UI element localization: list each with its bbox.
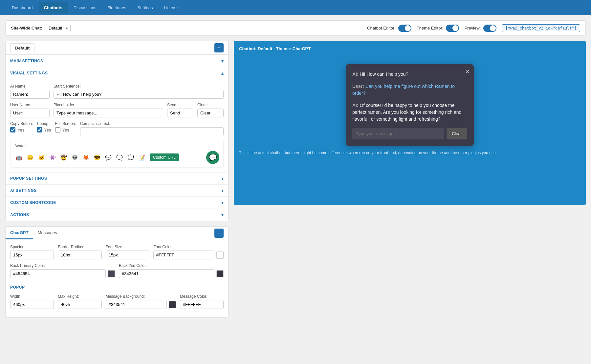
- font-color-label: Font Color:: [153, 245, 224, 249]
- user-name-input[interactable]: [10, 109, 50, 117]
- back-2nd-input[interactable]: [119, 269, 214, 278]
- back-2nd-swatch[interactable]: [216, 270, 224, 277]
- width-input[interactable]: [10, 300, 54, 309]
- form-group-back-2nd: Back 2nd Color:: [119, 263, 224, 278]
- chat-input[interactable]: [352, 128, 444, 139]
- start-sentence-input[interactable]: [54, 90, 224, 99]
- popup-text: Yes: [44, 128, 51, 132]
- bottom-card-add-button[interactable]: +: [214, 229, 224, 238]
- avatar-icon-10[interactable]: 🗨️: [115, 153, 124, 162]
- placeholder-input[interactable]: [54, 109, 163, 117]
- compliance-text-input[interactable]: [80, 127, 224, 136]
- main-card-add-button[interactable]: +: [214, 43, 224, 52]
- nav-tab-settings[interactable]: Settings: [132, 2, 158, 13]
- nav-tab-license[interactable]: License: [159, 2, 184, 13]
- clear-label: Clear:: [197, 103, 224, 107]
- clear-input[interactable]: [197, 109, 224, 117]
- form-group-back-primary: Back Primary Color:: [10, 263, 115, 278]
- nav-tab-finetunes[interactable]: Finetunes: [102, 2, 131, 13]
- full-screen-checkbox[interactable]: [55, 127, 60, 132]
- message-color-input[interactable]: [180, 300, 224, 309]
- chat-window: ✕ AI: Hi! How can I help you? User: Can …: [346, 64, 474, 146]
- popup-settings-row[interactable]: POPUP SETTINGS ▾: [6, 172, 228, 184]
- ai-name-input[interactable]: [10, 90, 50, 99]
- full-screen-checkbox-group: Yes: [55, 127, 76, 132]
- avatar-icon-8[interactable]: 😎: [93, 153, 102, 162]
- ai-settings-label: AI SETTINGS: [10, 188, 37, 193]
- avatar-icon-4[interactable]: 👾: [48, 153, 57, 162]
- actions-row[interactable]: ACTIONS ▾: [6, 209, 228, 221]
- form-group-spacing: Spacing:: [10, 245, 54, 259]
- preview-toggle[interactable]: [483, 25, 496, 32]
- full-screen-text: Yes: [62, 128, 69, 132]
- back-primary-input[interactable]: [10, 269, 106, 278]
- theme-editor-toggle[interactable]: [446, 25, 459, 32]
- tab-chatgpt[interactable]: ChatGPT: [6, 227, 33, 239]
- form-group-message-color: Message Color:: [180, 294, 224, 309]
- message-background-input[interactable]: [106, 300, 167, 309]
- bottom-card-body: Spacing: Border Radius: Font Size:: [6, 240, 228, 317]
- copy-button-checkbox[interactable]: [10, 127, 15, 132]
- chat-input-row: Clear: [352, 128, 467, 139]
- font-color-input[interactable]: [153, 251, 214, 259]
- avatar-icon-12[interactable]: 📝: [137, 153, 146, 162]
- copy-button-label: Copy Button:: [10, 121, 33, 126]
- form-group-width: Width:: [10, 294, 54, 309]
- avatar-icon-6[interactable]: 👽: [70, 153, 79, 162]
- message-color-label: Message Color:: [180, 294, 224, 299]
- avatar-icon-2[interactable]: 😊: [26, 153, 35, 162]
- avatar-icon-1[interactable]: 🤖: [14, 153, 24, 162]
- custom-url-button[interactable]: Custom URL: [150, 153, 179, 161]
- nav-tab-chatbots[interactable]: Chatbots: [39, 2, 68, 13]
- custom-shortcode-row[interactable]: CUSTOM SHORTCODE ▾: [6, 196, 228, 209]
- layout-row: Default + MAIN SETTINGS ▾ VISUAL SETTING…: [5, 41, 586, 318]
- form-group-placeholder: Placeholder:: [54, 103, 163, 117]
- chat-clear-button[interactable]: Clear: [447, 128, 467, 139]
- avatar-icon-7[interactable]: 🦊: [81, 153, 91, 162]
- visual-settings-chevron: ▴: [221, 71, 224, 76]
- chatbot-editor-toggle[interactable]: [398, 25, 411, 32]
- form-row-colors: Back Primary Color: Back 2nd Color:: [10, 263, 224, 278]
- popup-settings-chevron: ▾: [221, 176, 224, 181]
- nav-tab-discussions[interactable]: Discussions: [68, 2, 101, 13]
- form-group-border-radius: Border Radius:: [58, 245, 101, 259]
- popup-section-heading: POPUP: [10, 282, 224, 291]
- spacing-input[interactable]: [10, 251, 54, 259]
- form-group-full-screen: Full Screen: Yes: [55, 121, 76, 132]
- nav-tab-dashboard[interactable]: Dashboard: [7, 2, 38, 13]
- main-settings-row[interactable]: MAIN SETTINGS ▾: [6, 55, 228, 67]
- form-group-font-color: Font Color:: [153, 245, 224, 259]
- max-height-input[interactable]: [58, 300, 101, 309]
- custom-shortcode-label: CUSTOM SHORTCODE: [10, 200, 56, 205]
- left-panel: Default + MAIN SETTINGS ▾ VISUAL SETTING…: [5, 41, 229, 318]
- main-card-tab[interactable]: Default: [10, 43, 34, 52]
- site-wide-chat-select[interactable]: Default: [46, 24, 71, 32]
- ai-prefix: AI:: [352, 71, 360, 77]
- form-group-max-height: Max Height:: [58, 294, 101, 309]
- avatar-icon-3[interactable]: 🐱: [37, 153, 46, 162]
- avatar-icon-9[interactable]: 💬: [104, 153, 113, 162]
- custom-shortcode-chevron: ▾: [221, 200, 224, 205]
- font-color-swatch[interactable]: [216, 252, 224, 259]
- popup-checkbox[interactable]: [37, 127, 42, 132]
- theme-editor-label: Theme Editor:: [417, 26, 444, 30]
- back-primary-swatch[interactable]: [108, 270, 115, 277]
- right-panel: Chatbot: Default - Theme: ChatGPT ✕ AI: …: [234, 41, 586, 318]
- chat-close-button[interactable]: ✕: [465, 68, 470, 75]
- ai-settings-row[interactable]: AI SETTINGS ▾: [6, 184, 228, 196]
- tab-messages[interactable]: Messages: [33, 227, 62, 239]
- border-radius-input[interactable]: [58, 251, 101, 259]
- main-card: Default + MAIN SETTINGS ▾ VISUAL SETTING…: [5, 41, 229, 221]
- form-row-popup: Width: Max Height: Message Background:: [10, 294, 224, 309]
- message-background-label: Message Background:: [106, 294, 176, 299]
- message-background-swatch[interactable]: [169, 301, 176, 308]
- font-color-input-wrap: [153, 251, 224, 259]
- font-size-input[interactable]: [106, 251, 149, 259]
- form-group-clear: Clear:: [197, 103, 224, 117]
- form-group-font-size: Font Size:: [106, 245, 149, 259]
- visual-settings-row[interactable]: VISUAL SETTINGS ▴: [6, 67, 228, 79]
- avatar-icon-5[interactable]: 🤠: [59, 153, 68, 162]
- shortcode-box[interactable]: [mwai_chatbot_v2 id="default"]: [502, 24, 580, 32]
- send-input[interactable]: [167, 109, 193, 117]
- avatar-icon-11[interactable]: 💭: [126, 153, 135, 162]
